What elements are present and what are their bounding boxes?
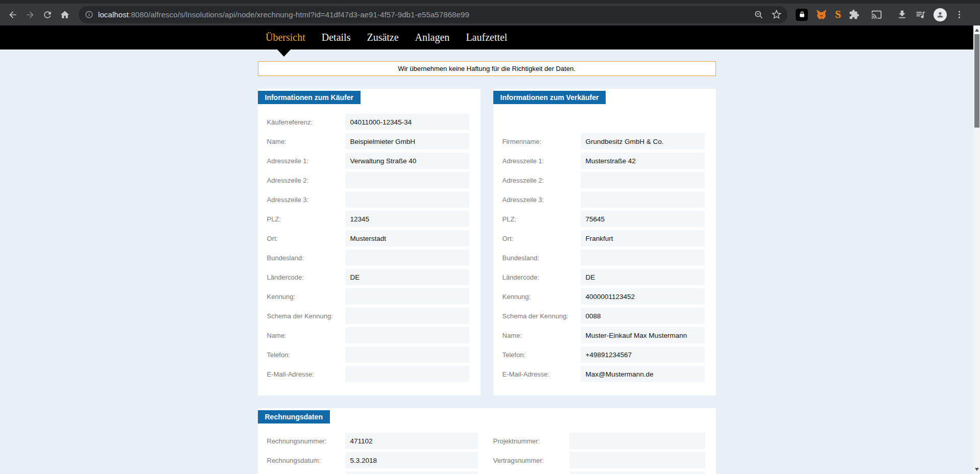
scrollbar-thumb[interactable]	[974, 34, 979, 128]
field-value	[581, 172, 705, 188]
field-label: Adresszeile 1:	[267, 157, 345, 165]
field-label: Ort:	[267, 235, 345, 242]
field-value: Max@Mustermann.de	[581, 366, 705, 382]
field-value: 04011000-12345-34	[345, 114, 469, 130]
field-value	[345, 327, 469, 343]
tab-uebersicht[interactable]: Übersicht	[266, 32, 305, 43]
seller-panel: Informationen zum Verkäufer Firmenname: …	[493, 89, 716, 395]
field-row: Ort: Musterstadt	[258, 230, 481, 246]
field-row: Name: Beispielmieter GmbH	[258, 133, 481, 149]
field-value	[345, 366, 469, 382]
address-bar[interactable]: localhost:8080/alfresco/s/lnsolutions/ap…	[79, 6, 787, 23]
vertical-scrollbar[interactable]	[973, 26, 980, 474]
tab-laufzettel[interactable]: Laufzettel	[466, 32, 507, 43]
field-label: Adresszeile 3:	[503, 196, 581, 204]
media-playlist-icon[interactable]	[915, 9, 926, 20]
tab-details[interactable]: Details	[322, 32, 351, 43]
seller-top-spacer	[493, 104, 716, 123]
field-label: Rechnungsnummer:	[267, 437, 345, 445]
field-row: E-Mail-Adresse:	[258, 366, 481, 382]
forward-button[interactable]	[21, 6, 39, 23]
cast-icon[interactable]	[871, 9, 882, 20]
field-value	[345, 250, 469, 266]
field-label: Firmenname:	[503, 138, 581, 145]
invoice-data-panel: Rechnungsdaten Rechnungsnummer: 471102 P…	[258, 408, 716, 474]
field-row: Bundesland:	[493, 250, 716, 266]
download-icon[interactable]	[897, 9, 907, 20]
field-row: Adresszeile 1: Verwaltung Straße 40	[258, 153, 481, 169]
field-value: 4000001123452	[581, 288, 705, 305]
scrollbar-up-arrow[interactable]	[975, 29, 979, 32]
field-label: Käuferreferenz:	[267, 118, 345, 126]
field-label: Projektnummer:	[493, 437, 569, 445]
field-value	[345, 471, 478, 474]
field-value: Frankfurt	[581, 230, 705, 246]
window-top-edge	[0, 0, 980, 4]
forward-icon	[25, 10, 35, 20]
field-value: Musterstraße 42	[581, 153, 705, 169]
field-value	[569, 452, 705, 468]
field-value: Verwaltung Straße 40	[345, 153, 469, 169]
field-value	[345, 191, 469, 208]
field-label: Ländercode:	[503, 273, 581, 281]
buyer-fields: Käuferreferenz: 04011000-12345-34 Name: …	[258, 114, 481, 382]
field-row: Kennung:	[258, 288, 481, 305]
field-value	[345, 172, 469, 188]
field-value: 0088	[581, 308, 705, 324]
field-row: Schema der Kennung: 0088	[493, 308, 716, 324]
field-label: Kennung:	[503, 293, 581, 301]
field-value: DE	[581, 269, 705, 285]
field-row: PLZ: 12345	[258, 211, 481, 227]
field-row: Adresszeile 3:	[493, 191, 716, 208]
page-viewport: Übersicht Details Zusätze Anlagen Laufze…	[0, 26, 973, 474]
field-value	[345, 288, 469, 305]
extensions-puzzle-icon[interactable]	[849, 9, 859, 20]
s-extension-icon[interactable]: S	[835, 9, 841, 20]
menu-kebab-icon[interactable]	[954, 10, 964, 19]
back-button[interactable]	[4, 6, 21, 23]
field-row: Name: Muster-Einkauf Max Mustermann	[493, 327, 716, 343]
field-value: DE	[345, 269, 469, 285]
invoice-field-row: Rechnungsdatum: 5.3.2018 Vertragsnummer:	[258, 452, 716, 468]
field-row: Telefon:	[258, 346, 481, 363]
field-label: Rechnungsdatum:	[267, 457, 345, 464]
profile-avatar[interactable]	[934, 8, 947, 21]
field-value	[569, 433, 705, 449]
field-label: Name:	[267, 138, 345, 145]
invoice-field-row: Rechnungsnummer: 471102 Projektnummer:	[258, 433, 716, 449]
field-label: PLZ:	[267, 215, 345, 223]
page-navbar: Übersicht Details Zusätze Anlagen Laufze…	[0, 26, 973, 49]
field-label: Name:	[503, 332, 581, 339]
home-button[interactable]	[56, 6, 74, 23]
tab-anlagen[interactable]: Anlagen	[415, 32, 450, 43]
reload-button[interactable]	[39, 6, 56, 23]
back-icon	[8, 10, 18, 20]
field-label: Telefon:	[503, 351, 581, 359]
field-label: Adresszeile 1:	[503, 157, 581, 165]
disclaimer-banner: Wir übernehmen keine Haftung für die Ric…	[258, 61, 716, 76]
bookmark-star-icon[interactable]	[772, 10, 781, 19]
field-value	[345, 346, 469, 363]
buyer-panel-title: Informationen zum Käufer	[258, 91, 361, 104]
seller-panel-title: Informationen zum Verkäufer	[493, 91, 606, 104]
field-row: Ort: Frankfurt	[493, 230, 716, 246]
field-label: Telefon:	[267, 351, 345, 359]
extensions-area: S	[796, 8, 964, 21]
field-label: Schema der Kennung:	[503, 312, 581, 320]
field-value: Grundbesitz GmbH & Co.	[581, 133, 705, 149]
metamask-fox-icon[interactable]	[816, 9, 827, 20]
tab-zusaetze[interactable]: Zusätze	[367, 32, 398, 43]
url-text[interactable]: localhost:8080/alfresco/s/lnsolutions/ap…	[98, 10, 748, 19]
scrollbar-down-arrow[interactable]	[975, 468, 979, 471]
field-row: Ländercode: DE	[258, 269, 481, 285]
field-label: Ort:	[503, 235, 581, 242]
field-label: Kennung:	[267, 293, 345, 301]
lock-extension-icon[interactable]	[796, 9, 808, 21]
field-row: Adresszeile 3:	[258, 191, 481, 208]
field-row: Kennung: 4000001123452	[493, 288, 716, 305]
zoom-indicator-icon[interactable]	[754, 10, 763, 19]
field-value: 12345	[345, 211, 469, 227]
invoice-field-row	[258, 471, 716, 474]
page-info-icon[interactable]	[85, 10, 93, 19]
field-row: Adresszeile 2:	[493, 172, 716, 188]
